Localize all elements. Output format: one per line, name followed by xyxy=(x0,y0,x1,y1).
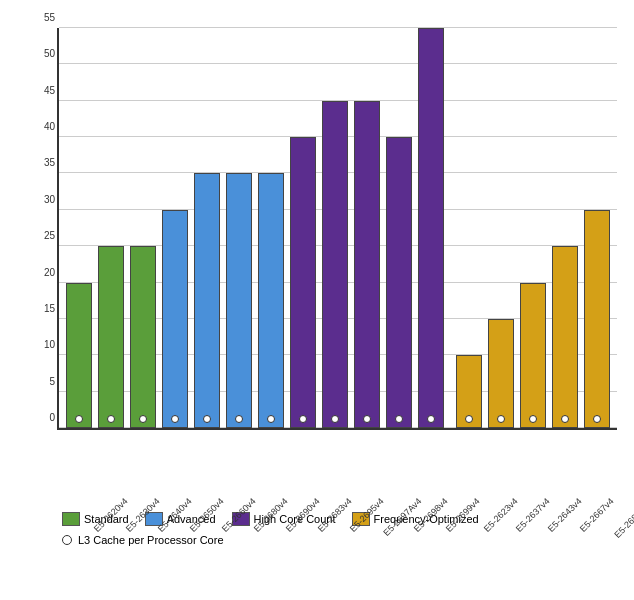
bar-group: E5-2650v4 xyxy=(159,28,191,428)
y-tick-label: 35 xyxy=(44,157,55,168)
y-tick-label: 25 xyxy=(44,230,55,241)
bar xyxy=(98,246,124,428)
chart-inner: E5-2620v4E5-2630v4E5-2640v4E5-2650v4E5-2… xyxy=(27,20,627,510)
bar xyxy=(66,283,92,428)
bar xyxy=(162,210,188,428)
legend-row-2: L3 Cache per Processor Core xyxy=(62,534,224,546)
legend-dot-label: L3 Cache per Processor Core xyxy=(78,534,224,546)
bar xyxy=(520,283,546,428)
bar xyxy=(488,319,514,428)
bar-dot xyxy=(107,415,115,423)
bar-group: E5-2699v4 xyxy=(415,28,447,428)
y-axis-label xyxy=(7,20,27,510)
bar-group: E5-2697Av4 xyxy=(351,28,383,428)
y-tick-label: 40 xyxy=(44,121,55,132)
y-tick-label: 10 xyxy=(44,339,55,350)
y-tick-label: 50 xyxy=(44,48,55,59)
bar-group: E5-2630v4 xyxy=(95,28,127,428)
y-tick-label: 30 xyxy=(44,193,55,204)
bar xyxy=(226,173,252,428)
bar-group: E5-2620v4 xyxy=(63,28,95,428)
bar-dot xyxy=(465,415,473,423)
bar-group: E5-2623v4 xyxy=(453,28,485,428)
bar-dot xyxy=(331,415,339,423)
bar-group: E5-2695v4 xyxy=(319,28,351,428)
bar-dot xyxy=(395,415,403,423)
bar-group: E5-2690v4 xyxy=(255,28,287,428)
bar-dot xyxy=(363,415,371,423)
bar xyxy=(194,173,220,428)
bar-dot xyxy=(299,415,307,423)
legend-color-box xyxy=(62,512,80,526)
y-tick-label: 15 xyxy=(44,302,55,313)
bar-dot xyxy=(139,415,147,423)
bar xyxy=(354,101,380,428)
chart-area: E5-2620v4E5-2630v4E5-2640v4E5-2650v4E5-2… xyxy=(7,20,627,510)
bar-group: E5-2660v4 xyxy=(191,28,223,428)
y-tick-label: 0 xyxy=(49,412,55,423)
bar-group: E5-2698v4 xyxy=(383,28,415,428)
legend-dot-icon xyxy=(62,535,72,545)
bar-dot xyxy=(529,415,537,423)
bar-dot xyxy=(267,415,275,423)
bar-dot xyxy=(427,415,435,423)
bar-group: E5-2687Wv4 xyxy=(581,28,613,428)
bar xyxy=(322,101,348,428)
bar xyxy=(130,246,156,428)
y-tick-label: 45 xyxy=(44,84,55,95)
bar xyxy=(418,28,444,428)
bar-group: E5-2643v4 xyxy=(517,28,549,428)
bar xyxy=(456,355,482,428)
bar xyxy=(386,137,412,428)
bar-dot xyxy=(561,415,569,423)
bar-group: E5-2680v4 xyxy=(223,28,255,428)
bar xyxy=(552,246,578,428)
bar-dot xyxy=(203,415,211,423)
plot-area: E5-2620v4E5-2630v4E5-2640v4E5-2650v4E5-2… xyxy=(57,28,617,430)
bar-dot xyxy=(75,415,83,423)
bar xyxy=(258,173,284,428)
bar-group: E5-2640v4 xyxy=(127,28,159,428)
bar xyxy=(290,137,316,428)
bar xyxy=(584,210,610,428)
bar-group: E5-2637v4 xyxy=(485,28,517,428)
bar-group: E5-2667v4 xyxy=(549,28,581,428)
bar-dot xyxy=(497,415,505,423)
y-tick-label: 5 xyxy=(49,375,55,386)
bar-group: E5-2683v4 xyxy=(287,28,319,428)
bar-dot xyxy=(593,415,601,423)
y-tick-label: 55 xyxy=(44,12,55,23)
y-tick-label: 20 xyxy=(44,266,55,277)
bar-dot xyxy=(235,415,243,423)
bars-container: E5-2620v4E5-2630v4E5-2640v4E5-2650v4E5-2… xyxy=(59,28,617,428)
bar-dot xyxy=(171,415,179,423)
